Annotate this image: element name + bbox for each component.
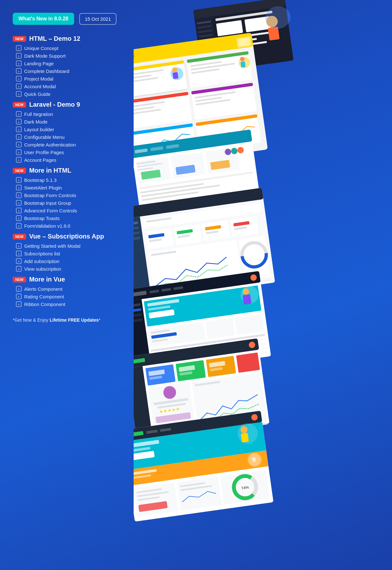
bullet-icon: [16, 111, 22, 117]
svg-rect-59: [171, 152, 206, 179]
section-title-more-vue: More in Vue: [29, 276, 65, 283]
list-item: Complete Dashboard: [16, 67, 124, 75]
list-item: Account Pages: [16, 156, 124, 164]
section-vue-subs: New Vue – Subscriptions App Getting Star…: [13, 233, 124, 273]
item-list-more-vue: Alerts Component Rating Component Ribbon…: [16, 285, 124, 308]
list-item: Bootstrap Form Controls: [16, 191, 124, 199]
section-html-demo: New HTML – Demo 12 Unique Concept Dark M…: [13, 35, 124, 98]
bullet-icon: [16, 76, 22, 82]
svg-rect-28: [172, 72, 178, 79]
bullet-icon: [16, 119, 22, 125]
list-item: User Profile Pages: [16, 148, 124, 156]
list-item: Bootstrap 5.1.3: [16, 176, 124, 184]
bullet-icon: [16, 266, 22, 272]
list-item: Dark Mode Support: [16, 52, 124, 60]
bullet-icon: [16, 157, 22, 163]
section-header-vue-subs: New Vue – Subscriptions App: [13, 233, 124, 240]
bullet-icon: [16, 53, 22, 59]
bullet-icon: [16, 251, 22, 256]
section-title-laravel: Laravel - Demo 9: [29, 101, 80, 108]
bullet-icon: [16, 68, 22, 74]
new-badge-html: New: [13, 36, 26, 42]
list-item: FormValidation v1.9.0: [16, 222, 124, 230]
list-item: Advanced Form Controls: [16, 207, 124, 214]
header-row: What's New in 8.0.28 15 Oct 2021: [13, 13, 124, 25]
bullet-icon: [16, 91, 22, 97]
svg-rect-147: [236, 353, 260, 373]
list-item: Rating Component: [16, 293, 124, 300]
bullet-icon: [16, 223, 22, 229]
section-header-more-vue: New More in Vue: [13, 276, 124, 283]
new-badge-more-html: New: [13, 168, 26, 174]
screenshots-svg: ★★★★★: [134, 0, 294, 570]
content-wrapper: What's New in 8.0.28 15 Oct 2021 New HTM…: [0, 0, 294, 570]
list-item: Bootstrap Input Group: [16, 199, 124, 207]
list-item: Full Itegration: [16, 110, 124, 118]
new-badge-more-vue: New: [13, 277, 26, 282]
bullet-icon: [16, 185, 22, 190]
item-list-vue-subs: Getting Started with Modal Subscriptions…: [16, 242, 124, 273]
list-item: Project Modal: [16, 75, 124, 82]
svg-rect-175: [241, 433, 249, 443]
item-list-html: Unique Concept Dark Mode Support Landing…: [16, 44, 124, 98]
bullet-icon: [16, 243, 22, 249]
bullet-icon: [16, 258, 22, 264]
left-panel: What's New in 8.0.28 15 Oct 2021 New HTM…: [0, 0, 134, 570]
section-title-html: HTML – Demo 12: [29, 35, 80, 42]
bullet-icon: [16, 286, 22, 292]
bullet-icon: [16, 215, 22, 221]
date-badge: 15 Oct 2021: [79, 13, 117, 25]
section-header-html: New HTML – Demo 12: [13, 35, 124, 42]
bullet-icon: [16, 208, 22, 213]
list-item: View subscription: [16, 265, 124, 273]
list-item: Ribbon Component: [16, 300, 124, 308]
svg-rect-183: [177, 476, 222, 510]
bullet-icon: [16, 45, 22, 51]
svg-rect-36: [241, 61, 246, 68]
bullet-icon: [16, 149, 22, 155]
footer-text: *Get Now & Enjoy Lifetime FREE Updates*: [13, 317, 124, 323]
svg-rect-119: [242, 294, 251, 305]
list-item: Account Modal: [16, 82, 124, 90]
bullet-icon: [16, 134, 22, 140]
list-item: Complete Authentication: [16, 141, 124, 148]
section-more-vue: New More in Vue Alerts Component Rating …: [13, 276, 124, 308]
svg-rect-121: [206, 318, 235, 339]
bullet-icon: [16, 142, 22, 147]
section-title-vue-subs: Vue – Subscriptions App: [29, 233, 104, 240]
bullet-icon: [16, 83, 22, 89]
section-laravel: New Laravel - Demo 9 Full Itegration Dar…: [13, 101, 124, 164]
svg-rect-86: [230, 216, 259, 237]
svg-rect-83: [145, 228, 173, 249]
bullet-icon: [16, 294, 22, 299]
section-header-laravel: New Laravel - Demo 9: [13, 101, 124, 108]
new-badge-laravel: New: [13, 102, 26, 108]
bullet-icon: [16, 126, 22, 132]
bullet-icon: [16, 192, 22, 198]
list-item: Bootstrap Toasts: [16, 214, 124, 222]
mockup-rating: 9 74%: [134, 411, 273, 522]
item-list-laravel: Full Itegration Dark Mode Layout builder…: [16, 110, 124, 164]
item-list-more-html: Bootstrap 5.1.3 SweetAlert Plugin Bootst…: [16, 176, 124, 230]
list-item: Getting Started with Modal: [16, 242, 124, 250]
list-item: Dark Mode: [16, 118, 124, 125]
section-more-html: New More in HTML Bootstrap 5.1.3 SweetAl…: [13, 167, 124, 230]
bullet-icon: [16, 177, 22, 183]
list-item: Add subscription: [16, 257, 124, 265]
bullet-icon: [16, 61, 22, 66]
svg-rect-85: [202, 220, 230, 241]
list-item: Landing Page: [16, 60, 124, 67]
section-header-more-html: New More in HTML: [13, 167, 124, 174]
list-item: Quick Guide: [16, 90, 124, 98]
list-item: Subscriptions list: [16, 250, 124, 257]
list-item: Configurable Menu: [16, 133, 124, 141]
list-item: SweetAlert Plugin: [16, 184, 124, 191]
right-panel: ★★★★★: [134, 0, 294, 570]
whats-new-badge: What's New in 8.0.28: [13, 13, 74, 25]
list-item: Layout builder: [16, 125, 124, 133]
section-title-more-html: More in HTML: [29, 167, 71, 174]
list-item: Unique Concept: [16, 44, 124, 52]
svg-rect-84: [174, 224, 202, 245]
new-badge-vue-subs: New: [13, 234, 26, 239]
svg-rect-122: [235, 314, 264, 335]
